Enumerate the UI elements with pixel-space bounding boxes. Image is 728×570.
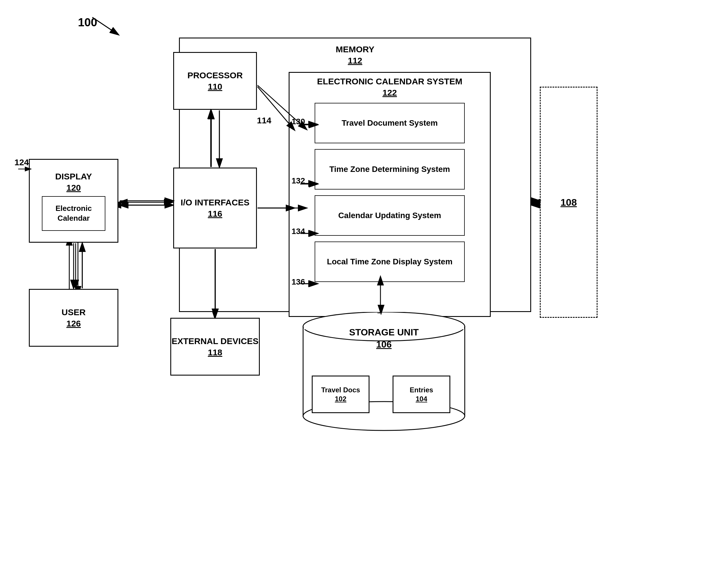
processor-box: PROCESSOR 110 xyxy=(173,52,257,110)
td-ref: 102 xyxy=(335,394,346,403)
time-zone-determining-box: Time Zone Determining System xyxy=(314,149,465,190)
ecs-box: ELECTRONIC CALENDAR SYSTEM 122 Travel Do… xyxy=(289,72,491,317)
io-label: I/O INTERFACES xyxy=(181,197,249,208)
ecs-ref: 122 xyxy=(317,87,462,98)
memory-ref: 112 xyxy=(336,55,375,66)
travel-document-system-box: Travel Document System xyxy=(314,103,465,143)
cu-label: Calendar Updating System xyxy=(338,210,441,221)
processor-label: PROCESSOR xyxy=(187,70,243,81)
tzd-label: Time Zone Determining System xyxy=(329,164,450,175)
td-label: Travel Docs xyxy=(321,385,360,394)
ref-124-arrow xyxy=(17,165,34,173)
ref-100-arrow xyxy=(89,14,124,38)
ref-114: 114 xyxy=(257,115,271,125)
storage-unit-label: STORAGE UNIT 106 xyxy=(312,326,456,350)
user-ref: 126 xyxy=(66,318,81,329)
travel-docs-box: Travel Docs 102 xyxy=(312,375,370,413)
user-label: USER xyxy=(61,306,85,318)
entries-box: Entries 104 xyxy=(393,375,450,413)
ecs-label: ELECTRONIC CALENDAR SYSTEM xyxy=(317,76,462,87)
local-time-zone-box: Local Time Zone Display System xyxy=(314,242,465,282)
ec-label: Electronic Calendar xyxy=(42,204,105,223)
tds-label: Travel Document System xyxy=(341,118,438,128)
processor-ref: 110 xyxy=(208,81,222,92)
electronic-calendar-box: Electronic Calendar xyxy=(42,196,105,231)
display-label: DISPLAY xyxy=(55,171,92,182)
diagram: 100 MEMORY 112 ELECTRONIC CALENDAR SYSTE… xyxy=(0,0,728,570)
ed-label: EXTERNAL DEVICES xyxy=(171,335,258,347)
entries-label: Entries xyxy=(410,385,433,394)
calendar-updating-box: Calendar Updating System xyxy=(314,195,465,236)
memory-label: MEMORY xyxy=(336,44,375,55)
display-ref: 120 xyxy=(66,182,81,193)
io-interfaces-box: I/O INTERFACES 116 xyxy=(173,168,257,248)
entries-ref: 104 xyxy=(416,394,427,403)
network-box: 108 xyxy=(540,87,598,318)
ref-132: 132 xyxy=(291,176,305,186)
ed-ref: 118 xyxy=(208,347,222,358)
svg-line-21 xyxy=(92,17,118,35)
ref-130: 130 xyxy=(291,117,305,126)
ref-136: 136 xyxy=(291,277,305,287)
ltz-label: Local Time Zone Display System xyxy=(327,257,452,267)
display-outer-box: DISPLAY 120 Electronic Calendar xyxy=(29,159,118,243)
ref-134: 134 xyxy=(291,227,305,236)
network-ref: 108 xyxy=(561,196,577,209)
user-box: USER 126 xyxy=(29,289,118,347)
io-ref: 116 xyxy=(208,208,222,219)
external-devices-box: EXTERNAL DEVICES 118 xyxy=(170,318,260,375)
